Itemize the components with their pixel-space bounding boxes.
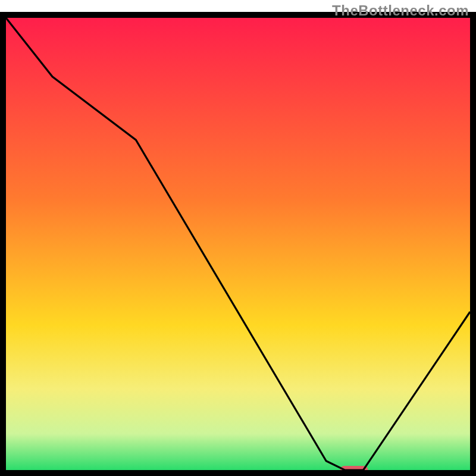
bottleneck-chart	[0, 0, 476, 476]
chart-container: TheBottleneck.com	[0, 0, 476, 476]
watermark-text: TheBottleneck.com	[332, 2, 469, 19]
plot-background	[6, 18, 470, 470]
